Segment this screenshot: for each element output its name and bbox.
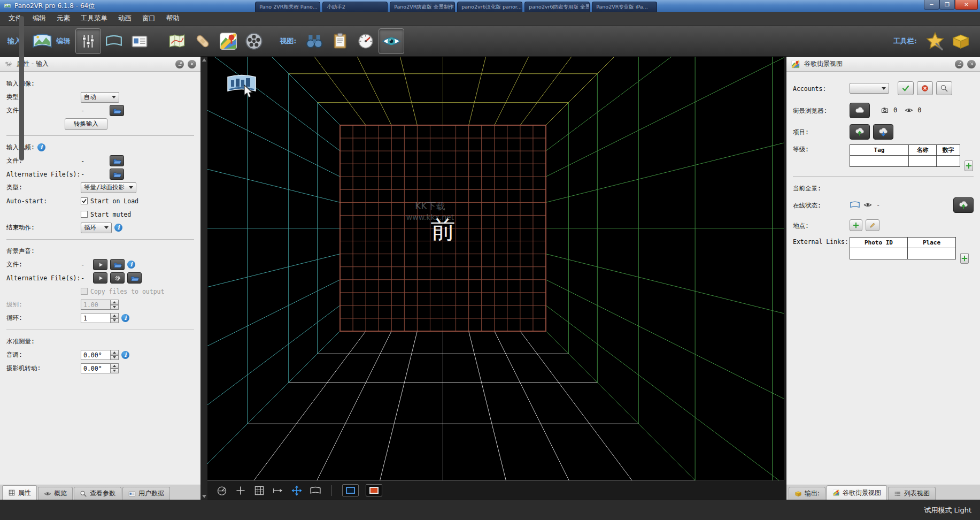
video-file-browse-button[interactable] bbox=[110, 155, 124, 166]
level-table[interactable]: Tag 名称 数字 bbox=[850, 144, 960, 167]
tab-overview[interactable]: 概览 bbox=[38, 487, 73, 500]
start-muted-checkbox[interactable] bbox=[81, 211, 88, 218]
tab-output[interactable]: 输出: bbox=[789, 487, 825, 500]
hotspot-frame-button[interactable] bbox=[366, 484, 382, 496]
copy-files-checkbox[interactable] bbox=[81, 288, 88, 295]
panorama-mode-icon[interactable] bbox=[310, 485, 321, 496]
input-panorama-button[interactable] bbox=[29, 28, 55, 54]
scrollbar-thumb[interactable] bbox=[19, 16, 24, 160]
viewing-parameters-button[interactable] bbox=[101, 28, 127, 54]
projection-dropdown[interactable]: 等量/球面投影 bbox=[81, 182, 136, 193]
spin-up-button[interactable] bbox=[111, 313, 119, 318]
loop-input[interactable] bbox=[81, 313, 111, 323]
protractor-icon[interactable] bbox=[216, 485, 228, 496]
finder-button[interactable] bbox=[302, 28, 327, 54]
tab-viewing-parameters[interactable]: 查看参数 bbox=[74, 487, 121, 500]
spin-up-button[interactable] bbox=[111, 350, 119, 355]
tab-properties[interactable]: 属性 bbox=[2, 485, 37, 500]
move-mode-icon[interactable] bbox=[291, 485, 303, 496]
info-icon[interactable]: i bbox=[114, 224, 122, 232]
close-panel-icon[interactable] bbox=[967, 60, 976, 68]
titlebar-tab[interactable]: Pano2VR防盗版 全景制作... bbox=[390, 2, 455, 12]
google-streetview-button[interactable] bbox=[215, 28, 241, 54]
scroll-down-icon[interactable] bbox=[202, 495, 206, 498]
output-log-button[interactable] bbox=[327, 28, 353, 54]
table-row[interactable] bbox=[850, 156, 960, 167]
end-action-dropdown[interactable]: 循环 bbox=[81, 223, 112, 233]
account-confirm-button[interactable] bbox=[898, 81, 914, 95]
input-file-browse-button[interactable] bbox=[110, 105, 124, 116]
skin-editor-button[interactable] bbox=[922, 28, 948, 54]
add-link-button[interactable] bbox=[960, 253, 969, 264]
level-input[interactable] bbox=[81, 300, 111, 310]
sound-browse-button[interactable] bbox=[110, 259, 125, 270]
accounts-dropdown[interactable] bbox=[850, 83, 889, 94]
add-level-button[interactable] bbox=[964, 160, 973, 171]
view-frame-button[interactable] bbox=[342, 484, 359, 496]
grid-toggle-icon[interactable] bbox=[253, 485, 265, 496]
left-panel-scrollbar[interactable] bbox=[200, 57, 207, 500]
project-upload-button[interactable] bbox=[850, 124, 870, 140]
titlebar-tab[interactable]: Pano2VR专业版 iPa... bbox=[592, 2, 657, 12]
output-button[interactable] bbox=[948, 28, 974, 54]
viewer-button[interactable] bbox=[379, 28, 404, 54]
spin-up-button[interactable] bbox=[111, 363, 119, 369]
patch-button[interactable] bbox=[190, 28, 215, 54]
spin-down-button[interactable] bbox=[111, 369, 119, 374]
tab-list-view[interactable]: 列表视图 bbox=[888, 487, 936, 500]
project-download-button[interactable] bbox=[873, 124, 893, 140]
menu-item-animation[interactable]: 动画 bbox=[113, 12, 137, 25]
convert-input-button[interactable]: 转换输入 bbox=[65, 118, 107, 130]
performance-button[interactable] bbox=[353, 28, 379, 54]
tab-user-data[interactable]: 用户数据 bbox=[122, 487, 170, 500]
external-links-table[interactable]: Photo ID Place bbox=[850, 237, 956, 259]
start-on-load-checkbox[interactable] bbox=[81, 197, 88, 204]
close-button[interactable]: ✕ bbox=[955, 0, 978, 10]
animation-editor-button[interactable] bbox=[241, 28, 267, 54]
streetview-browser-button[interactable] bbox=[850, 103, 870, 118]
float-panel-icon[interactable] bbox=[175, 60, 184, 68]
measure-icon[interactable] bbox=[272, 485, 284, 496]
info-icon[interactable]: i bbox=[121, 351, 129, 359]
pitch-input[interactable] bbox=[81, 350, 111, 360]
menu-item-elements[interactable]: 元素 bbox=[51, 12, 75, 25]
alt-files-browse-button[interactable] bbox=[110, 169, 124, 180]
maximize-button[interactable]: ❐ bbox=[939, 0, 955, 10]
titlebar-tab[interactable]: pano2vr6汉化版 panor... bbox=[457, 2, 522, 12]
panorama-viewport[interactable]: KK下载www.kkx.net前 bbox=[207, 57, 784, 480]
menu-item-edit[interactable]: 编辑 bbox=[27, 12, 51, 25]
menu-item-tools[interactable]: 工具菜单 bbox=[75, 12, 113, 25]
table-row[interactable] bbox=[850, 248, 956, 259]
sound-alt-play-button[interactable] bbox=[93, 272, 107, 284]
spin-down-button[interactable] bbox=[111, 355, 119, 361]
sound-play-button[interactable] bbox=[93, 259, 107, 270]
spin-up-button[interactable] bbox=[111, 300, 119, 305]
close-panel-icon[interactable] bbox=[188, 60, 196, 68]
input-type-dropdown[interactable]: 自动 bbox=[81, 92, 119, 103]
add-icon[interactable] bbox=[235, 485, 246, 496]
menu-item-window[interactable]: 窗口 bbox=[137, 12, 161, 25]
info-icon[interactable]: i bbox=[121, 314, 129, 322]
menu-item-help[interactable]: 帮助 bbox=[161, 12, 185, 25]
minimize-button[interactable]: ─ bbox=[924, 0, 939, 10]
tab-google-streetview[interactable]: 谷歌街景视图 bbox=[827, 485, 887, 500]
scroll-up-icon[interactable] bbox=[202, 58, 206, 62]
tour-map-button[interactable] bbox=[164, 28, 190, 54]
titlebar-tab[interactable]: 小助手2 bbox=[322, 2, 388, 12]
float-panel-icon[interactable] bbox=[955, 60, 963, 68]
titlebar-tab[interactable]: Pano 2VR相关程 Pano... bbox=[255, 2, 320, 12]
info-icon[interactable]: i bbox=[37, 143, 45, 151]
sound-alt-browse-button[interactable] bbox=[127, 272, 142, 284]
sound-alt-settings-button[interactable] bbox=[110, 272, 125, 284]
user-data-button[interactable] bbox=[127, 28, 152, 54]
spin-down-button[interactable] bbox=[111, 305, 119, 310]
camera-roll-input[interactable] bbox=[81, 363, 111, 373]
upload-pano-button[interactable] bbox=[953, 197, 974, 213]
properties-button[interactable] bbox=[75, 28, 101, 54]
titlebar-tab[interactable]: pano2vr6防盗专用版 全景 bbox=[524, 2, 590, 12]
info-icon[interactable]: i bbox=[127, 261, 135, 269]
spin-down-button[interactable] bbox=[111, 318, 119, 324]
add-place-button[interactable] bbox=[850, 219, 862, 231]
account-search-button[interactable] bbox=[936, 81, 952, 95]
account-remove-button[interactable] bbox=[917, 81, 933, 95]
